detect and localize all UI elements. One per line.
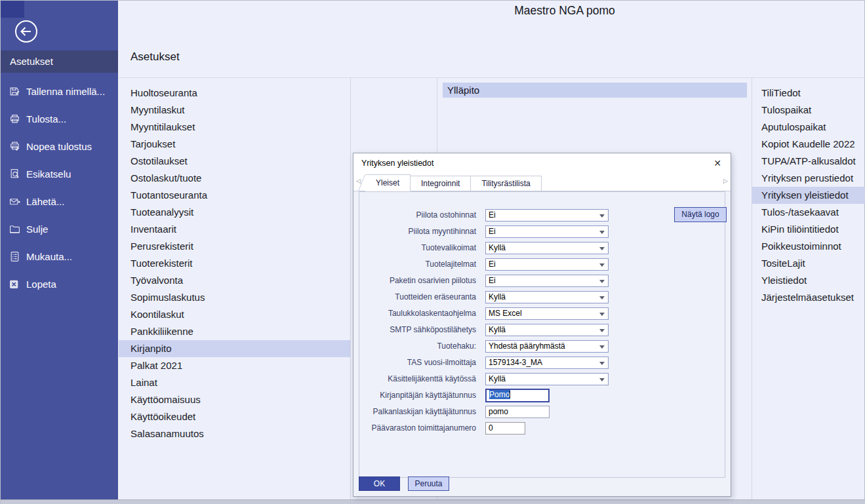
tab-scroll-right-icon[interactable]: ▷	[723, 178, 728, 184]
dialog-tab[interactable]: Integroinnit	[411, 176, 471, 191]
section-item[interactable]: Yrityksen yleistiedot	[752, 187, 865, 204]
ok-button[interactable]: OK	[359, 476, 400, 491]
sidebar-item-label: Tulosta...	[26, 113, 66, 125]
back-button[interactable]	[14, 19, 39, 44]
field-label: Tuotevalikoimat	[359, 242, 481, 254]
close-icon[interactable]: ✕	[710, 156, 725, 170]
dropdown[interactable]: Kyllä	[485, 324, 609, 336]
field-label: Taulukkolaskentaohjelma	[359, 307, 481, 320]
category-item[interactable]: Myyntilaskut	[119, 102, 350, 119]
sidebar-item[interactable]: Mukauta...	[1, 242, 118, 270]
dropdown[interactable]: Kyllä	[485, 373, 609, 385]
corner-block	[1, 1, 24, 18]
category-item[interactable]: Koontilaskut	[119, 306, 350, 323]
cancel-button[interactable]: Peruuta	[408, 476, 449, 491]
dropdown[interactable]: Ei	[485, 209, 609, 222]
chevron-down-icon	[599, 362, 605, 365]
dropdown[interactable]: Kyllä	[485, 291, 609, 303]
form-row: Palkanlaskijan käyttäjätunnus pomo pomo	[359, 406, 725, 418]
dialog-form-panel: Näytä logo Piilota ostohinnat Ei Ei Piil…	[359, 191, 725, 478]
section-item[interactable]: TositeLajit	[752, 255, 865, 272]
category-item[interactable]: Palkat 2021	[119, 357, 350, 374]
sidebar-item-label: Nopea tulostus	[26, 141, 92, 152]
sidebar-item-label: Mukauta...	[26, 251, 72, 262]
dropdown[interactable]: Yhdestä pääryhmästä	[485, 340, 609, 353]
dialog-title: Yrityksen yleistiedot	[361, 153, 433, 173]
field-label: Piilota myyntihinnat	[359, 225, 481, 238]
section-item[interactable]: Kopiot Kaudelle 2022	[752, 136, 865, 153]
section-item[interactable]: Yleistiedot	[752, 272, 865, 289]
category-item[interactable]: Tuoterekisterit	[119, 255, 350, 272]
form-row: Piilota ostohinnat Ei Ei	[359, 209, 725, 222]
section-item[interactable]: Yrityksen perustiedot	[752, 170, 865, 187]
section-item[interactable]: TUPA/ATP-alkusaldot	[752, 153, 865, 170]
category-item[interactable]: Tarjoukset	[119, 136, 350, 153]
dropdown[interactable]: Ei	[485, 258, 609, 271]
section-item[interactable]: TiliTiedot	[752, 85, 865, 102]
section-item[interactable]: Poikkeustoiminnot	[752, 238, 865, 255]
field-label: Palkanlaskijan käyttäjätunnus	[359, 406, 481, 418]
text-input[interactable]: Pomo	[485, 389, 550, 402]
group-item-yllapito[interactable]: Ylläpito	[443, 83, 747, 98]
category-item[interactable]: Käyttöoikeudet	[119, 408, 350, 425]
category-item[interactable]: Ostotilaukset	[119, 153, 350, 170]
sidebar-item[interactable]: Lopeta	[1, 270, 118, 298]
sidebar-menu: Tallenna nimellä... Tulosta... Nopea tul…	[1, 77, 118, 298]
text-input[interactable]: 0	[485, 422, 525, 435]
category-item[interactable]: Myyntitilaukset	[119, 119, 350, 136]
send-icon	[9, 196, 20, 207]
sidebar-item-label: Sulje	[26, 223, 48, 235]
dropdown[interactable]: MS Excel	[485, 307, 609, 320]
chevron-down-icon	[599, 247, 605, 250]
category-item[interactable]: Tuoteanalyysit	[119, 204, 350, 221]
chevron-down-icon	[599, 296, 605, 300]
category-item[interactable]: Inventaarit	[119, 221, 350, 238]
sidebar-item[interactable]: Nopea tulostus	[1, 132, 118, 160]
dialog-tab[interactable]: Tilitysrästilista	[471, 176, 541, 191]
category-item[interactable]: Käyttöomaisuus	[119, 391, 350, 408]
form-row: Päävaraston toimittajanumero 0 0	[359, 422, 725, 435]
category-item[interactable]: Salasanamuutos	[119, 425, 350, 442]
form-row: Tuotteiden eräseuranta Kyllä Kyllä	[359, 291, 725, 303]
sidebar-item-label: Tallenna nimellä...	[26, 86, 105, 97]
chevron-down-icon	[599, 231, 605, 234]
section-item[interactable]: Tulos-/tasekaavat	[752, 204, 865, 221]
text-input[interactable]: pomo	[485, 406, 550, 418]
sidebar-item[interactable]: Tallenna nimellä...	[1, 77, 118, 105]
sidebar-item[interactable]: Tulosta...	[1, 105, 118, 132]
section-item[interactable]: Aputulospaikat	[752, 119, 865, 136]
field-label: TAS vuosi-ilmoittaja	[359, 357, 481, 369]
sidebar-item[interactable]: Lähetä...	[1, 187, 118, 215]
chevron-down-icon	[599, 345, 605, 349]
dropdown[interactable]: 1579134-3_MA	[485, 357, 609, 369]
form-row: Taulukkolaskentaohjelma MS Excel MS Exce…	[359, 307, 725, 320]
dialog-yrityksen-yleistiedot: Yrityksen yleistiedot ✕ ◁ ▷ Yleiset Inte…	[353, 153, 731, 497]
dropdown[interactable]: Ei	[485, 225, 609, 238]
category-item[interactable]: Kirjanpito	[119, 340, 350, 357]
form-row: Tuotehaku: Yhdestä pääryhmästä Yhdestä p…	[359, 340, 725, 353]
tab-scroll-left-icon[interactable]: ◁	[356, 178, 361, 184]
category-item[interactable]: Ostolaskut/tuote	[119, 170, 350, 187]
sidebar-item[interactable]: Sulje	[1, 215, 118, 242]
category-item[interactable]: Työvalvonta	[119, 272, 350, 289]
category-item[interactable]: Perusrekisterit	[119, 238, 350, 255]
section-item[interactable]: Tulospaikat	[752, 102, 865, 119]
category-item[interactable]: Lainat	[119, 374, 350, 391]
dropdown[interactable]: Kyllä	[485, 242, 609, 254]
category-item[interactable]: Sopimuslaskutus	[119, 289, 350, 306]
sidebar-item[interactable]: Esikatselu	[1, 160, 118, 187]
dialog-titlebar: Yrityksen yleistiedot ✕	[353, 153, 731, 173]
back-icon	[14, 19, 39, 44]
category-item[interactable]: Pankkiliikenne	[119, 323, 350, 340]
quick-print-icon	[9, 141, 20, 152]
app-title: Maestro NGA pomo	[433, 4, 696, 18]
section-item[interactable]: Järjestelmäasetukset	[752, 289, 865, 306]
sidebar-item-asetukset[interactable]: Asetukset	[1, 50, 118, 73]
field-label: Piilota ostohinnat	[359, 209, 481, 222]
dialog-tab[interactable]: Yleiset	[365, 174, 411, 191]
tabs: Yleiset Integroinnit Tilitysrästilista	[365, 174, 542, 191]
category-item[interactable]: Huoltoseuranta	[119, 85, 350, 102]
section-item[interactable]: KiPin tiliöintitiedot	[752, 221, 865, 238]
dropdown[interactable]: Ei	[485, 275, 609, 287]
category-item[interactable]: Tuotantoseuranta	[119, 187, 350, 204]
